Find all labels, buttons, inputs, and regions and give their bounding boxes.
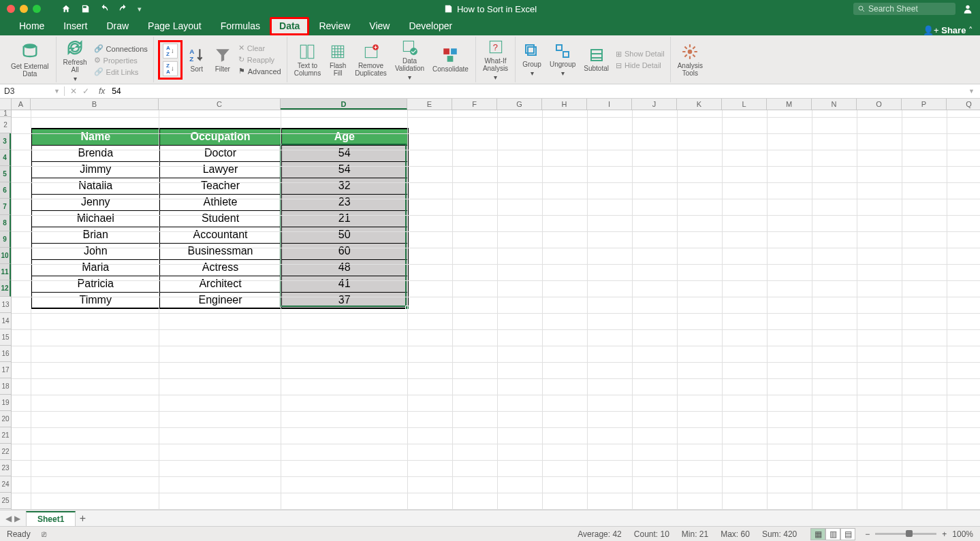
search-input[interactable] bbox=[868, 4, 943, 14]
edit-links-button[interactable]: 🔗 Edit Links bbox=[93, 67, 149, 77]
column-header[interactable]: M bbox=[767, 99, 812, 110]
advanced-button[interactable]: ⚑ Advanced bbox=[237, 66, 283, 76]
sort-descending-button[interactable]: ZA↓ bbox=[163, 61, 178, 76]
table-cell[interactable]: Athlete bbox=[159, 194, 281, 210]
table-cell[interactable]: 21 bbox=[281, 210, 408, 227]
table-cell[interactable]: Student bbox=[159, 210, 281, 227]
row-header[interactable]: 25 bbox=[0, 493, 11, 509]
page-break-view-button[interactable]: ▤ bbox=[840, 528, 855, 540]
name-box[interactable]: D3▼ bbox=[0, 86, 65, 96]
analysis-tools-button[interactable]: Analysis Tools bbox=[675, 43, 706, 77]
table-cell[interactable]: Teacher bbox=[159, 178, 281, 194]
table-cell[interactable]: 50 bbox=[281, 227, 408, 243]
redo-icon[interactable] bbox=[118, 4, 128, 14]
row-header[interactable]: 16 bbox=[0, 346, 11, 362]
column-header[interactable]: Q bbox=[947, 99, 980, 110]
table-cell[interactable]: 37 bbox=[281, 292, 408, 308]
row-header[interactable]: 1 bbox=[0, 110, 11, 117]
refresh-all-button[interactable]: Refresh All ▾ bbox=[61, 38, 90, 82]
table-cell[interactable]: Jimmy bbox=[31, 161, 159, 178]
column-header[interactable]: H bbox=[542, 99, 587, 110]
filter-button[interactable]: Filter bbox=[211, 46, 234, 73]
text-to-columns-button[interactable]: Text to Columns bbox=[291, 43, 323, 77]
table-cell[interactable]: John bbox=[31, 243, 159, 259]
column-header[interactable]: L bbox=[722, 99, 767, 110]
column-header[interactable]: J bbox=[632, 99, 677, 110]
table-cell[interactable]: Lawyer bbox=[159, 161, 281, 178]
row-header[interactable]: 20 bbox=[0, 411, 11, 427]
sheet-next-icon[interactable]: ▶ bbox=[14, 514, 20, 523]
column-header[interactable]: P bbox=[902, 99, 947, 110]
zoom-out-button[interactable]: − bbox=[865, 529, 870, 539]
tab-draw[interactable]: Draw bbox=[97, 17, 138, 35]
table-cell[interactable]: Accountant bbox=[159, 227, 281, 243]
column-header[interactable]: O bbox=[857, 99, 902, 110]
sort-button[interactable]: AZSort bbox=[185, 46, 208, 73]
tab-formulas[interactable]: Formulas bbox=[211, 17, 270, 35]
table-cell[interactable]: Engineer bbox=[159, 292, 281, 308]
table-cell[interactable]: Patricia bbox=[31, 276, 159, 292]
what-if-analysis-button[interactable]: ?What-If Analysis ▾ bbox=[480, 38, 511, 81]
tab-home[interactable]: Home bbox=[10, 17, 54, 35]
flash-fill-button[interactable]: Flash Fill bbox=[326, 43, 349, 77]
row-header[interactable]: 4 bbox=[0, 150, 11, 166]
row-header[interactable]: 26 bbox=[0, 509, 11, 510]
undo-icon[interactable] bbox=[99, 4, 109, 14]
properties-button[interactable]: ⚙ Properties bbox=[93, 55, 149, 65]
row-header[interactable]: 18 bbox=[0, 378, 11, 395]
row-header[interactable]: 10 bbox=[0, 248, 11, 264]
sheet-prev-icon[interactable]: ◀ bbox=[5, 514, 12, 523]
fx-icon[interactable]: fx bbox=[99, 86, 105, 96]
cancel-icon[interactable]: ✕ bbox=[70, 86, 77, 96]
table-cell[interactable]: Brenda bbox=[31, 145, 159, 161]
search-sheet-box[interactable] bbox=[853, 3, 955, 15]
row-header[interactable]: 9 bbox=[0, 231, 11, 248]
table-header[interactable]: Occupation bbox=[159, 129, 281, 145]
page-layout-view-button[interactable]: ▥ bbox=[825, 528, 840, 540]
row-header[interactable]: 8 bbox=[0, 215, 11, 231]
share-button[interactable]: 👤+ Share ˄ bbox=[923, 25, 973, 35]
hide-detail-button[interactable]: ⊟ Hide Detail bbox=[614, 61, 666, 71]
table-cell[interactable]: 60 bbox=[281, 243, 408, 259]
table-cell[interactable]: Michael bbox=[31, 210, 159, 227]
tab-developer[interactable]: Developer bbox=[399, 17, 462, 35]
table-cell[interactable]: Jenny bbox=[31, 194, 159, 210]
row-header[interactable]: 14 bbox=[0, 313, 11, 329]
formula-expand-icon[interactable]: ▼ bbox=[968, 88, 980, 95]
table-cell[interactable]: Businessman bbox=[159, 243, 281, 259]
accessibility-icon[interactable]: ⎚ bbox=[42, 529, 46, 539]
row-header[interactable]: 22 bbox=[0, 444, 11, 460]
row-header[interactable]: 2 bbox=[0, 117, 11, 133]
column-header[interactable]: E bbox=[407, 99, 452, 110]
spreadsheet-grid[interactable]: ABCDEFGHIJKLMNOPQ 1234567891011121314151… bbox=[0, 99, 980, 510]
get-external-data-button[interactable]: Get External Data bbox=[8, 42, 52, 78]
table-cell[interactable]: 54 bbox=[281, 145, 408, 161]
consolidate-button[interactable]: Consolidate bbox=[430, 46, 471, 73]
zoom-slider[interactable] bbox=[875, 533, 936, 535]
group-button[interactable]: Group ▾ bbox=[520, 43, 544, 77]
row-header[interactable]: 21 bbox=[0, 427, 11, 444]
maximize-window-button[interactable] bbox=[33, 5, 41, 13]
table-cell[interactable]: Doctor bbox=[159, 145, 281, 161]
add-sheet-button[interactable]: + bbox=[76, 512, 89, 525]
sort-ascending-button[interactable]: AZ↓ bbox=[163, 44, 178, 59]
column-header[interactable]: K bbox=[677, 99, 722, 110]
tab-insert[interactable]: Insert bbox=[54, 17, 97, 35]
tab-data[interactable]: Data bbox=[270, 17, 309, 35]
zoom-level[interactable]: 100% bbox=[952, 529, 973, 539]
remove-duplicates-button[interactable]: Remove Duplicates bbox=[352, 43, 390, 77]
clear-button[interactable]: ✕ Clear bbox=[237, 43, 283, 53]
row-header[interactable]: 13 bbox=[0, 297, 11, 313]
row-header[interactable]: 23 bbox=[0, 460, 11, 476]
table-cell[interactable]: 48 bbox=[281, 259, 408, 276]
row-header[interactable]: 5 bbox=[0, 166, 11, 182]
column-header[interactable]: C bbox=[159, 99, 281, 110]
formula-input[interactable]: 54 bbox=[109, 86, 968, 96]
row-header[interactable]: 6 bbox=[0, 182, 11, 199]
table-cell[interactable]: Timmy bbox=[31, 292, 159, 308]
column-header[interactable]: G bbox=[497, 99, 542, 110]
show-detail-button[interactable]: ⊞ Show Detail bbox=[614, 49, 666, 59]
row-header[interactable]: 19 bbox=[0, 395, 11, 411]
subtotal-button[interactable]: Subtotal bbox=[581, 47, 612, 72]
table-cell[interactable]: Maria bbox=[31, 259, 159, 276]
